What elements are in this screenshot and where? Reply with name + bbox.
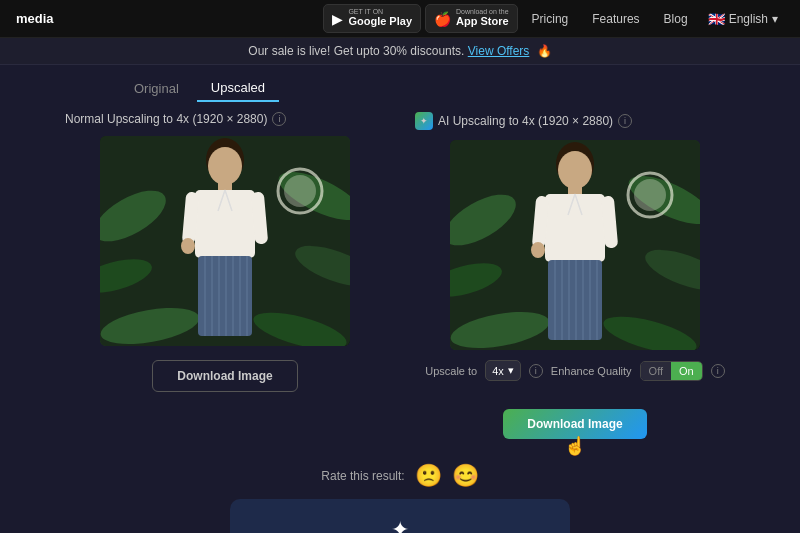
svg-point-10 [208, 147, 242, 185]
main-content: Normal Upscaling to 4x (1920 × 2880) i [0, 102, 800, 449]
app-store-button[interactable]: 🍎 Download on the App Store [425, 4, 518, 32]
right-panel-title: ✦ AI Upscaling to 4x (1920 × 2880) i [415, 112, 632, 130]
left-image-placeholder [100, 136, 350, 346]
upscale-chevron-icon: ▾ [508, 364, 514, 377]
pricing-link[interactable]: Pricing [522, 12, 579, 26]
tab-upscaled[interactable]: Upscaled [197, 75, 279, 102]
right-panel: ✦ AI Upscaling to 4x (1920 × 2880) i [415, 112, 735, 439]
svg-rect-38 [545, 194, 605, 262]
right-image-svg [450, 140, 700, 350]
language-label: English [729, 12, 768, 26]
info-icon-right[interactable]: i [618, 114, 632, 128]
upscale-value: 4x [492, 365, 504, 377]
view-offers-link[interactable]: View Offers [468, 44, 530, 58]
brand-logo: media [16, 11, 54, 26]
tab-original[interactable]: Original [120, 75, 193, 102]
controls-row: Upscale to 4x ▾ i Enhance Quality Off On… [415, 360, 735, 381]
app-store-main-text: App Store [456, 15, 509, 28]
info-icon-left[interactable]: i [272, 112, 286, 126]
bulk-icon: ✦ [254, 517, 546, 533]
enhance-info-icon[interactable]: i [711, 364, 725, 378]
google-play-main-text: Google Play [348, 15, 412, 28]
rate-section: Rate this result: 🙁 😊 [0, 463, 800, 489]
promo-bar: Our sale is live! Get upto 30% discounts… [0, 38, 800, 65]
left-download-button[interactable]: Download Image [152, 360, 297, 392]
upscale-select[interactable]: 4x ▾ [485, 360, 521, 381]
blog-link[interactable]: Blog [654, 12, 698, 26]
left-image-svg [100, 136, 350, 346]
thumbs-up-button[interactable]: 😊 [452, 463, 479, 489]
svg-point-17 [181, 238, 195, 254]
enhance-toggle: Off On [640, 361, 703, 381]
ai-icon: ✦ [415, 112, 433, 130]
enhance-label: Enhance Quality [551, 365, 632, 377]
svg-point-8 [284, 175, 316, 207]
cursor-icon: ☝ [564, 435, 586, 457]
promo-emoji: 🔥 [537, 44, 552, 58]
navbar-links: ▶ GET IT ON Google Play 🍎 Download on th… [323, 4, 784, 32]
svg-rect-44 [548, 260, 602, 340]
left-panel: Normal Upscaling to 4x (1920 × 2880) i [65, 112, 385, 439]
left-panel-header: Normal Upscaling to 4x (1920 × 2880) i [65, 112, 385, 126]
svg-point-36 [558, 151, 592, 189]
svg-rect-18 [198, 256, 252, 336]
upscale-label: Upscale to [425, 365, 477, 377]
google-play-icon: ▶ [332, 11, 343, 27]
svg-rect-12 [195, 190, 255, 258]
google-play-button[interactable]: ▶ GET IT ON Google Play [323, 4, 421, 32]
features-link[interactable]: Features [582, 12, 649, 26]
app-store-small-text: Download on the [456, 8, 509, 15]
toggle-on-button[interactable]: On [671, 362, 702, 380]
promo-text: Our sale is live! Get upto 30% discounts… [248, 44, 464, 58]
chevron-down-icon: ▾ [772, 12, 778, 26]
upscale-info-icon[interactable]: i [529, 364, 543, 378]
rate-label: Rate this result: [321, 469, 404, 483]
bulk-promo-section: ✦ Want to Upscale Images in bulk? Get Ea… [230, 499, 570, 533]
right-image-placeholder [450, 140, 700, 350]
language-selector[interactable]: 🇬🇧 English ▾ [702, 11, 784, 27]
toggle-off-button[interactable]: Off [641, 362, 671, 380]
thumbs-down-button[interactable]: 🙁 [415, 463, 442, 489]
navbar: media ▶ GET IT ON Google Play 🍎 Download… [0, 0, 800, 38]
svg-point-34 [634, 179, 666, 211]
left-image [100, 136, 350, 346]
right-panel-header: ✦ AI Upscaling to 4x (1920 × 2880) i [415, 112, 735, 130]
left-panel-title: Normal Upscaling to 4x (1920 × 2880) i [65, 112, 286, 126]
svg-point-43 [531, 242, 545, 258]
google-play-small-text: GET IT ON [348, 8, 412, 15]
tabs-bar: Original Upscaled [0, 65, 800, 102]
apple-icon: 🍎 [434, 11, 451, 27]
flag-icon: 🇬🇧 [708, 11, 725, 27]
right-image [450, 140, 700, 350]
